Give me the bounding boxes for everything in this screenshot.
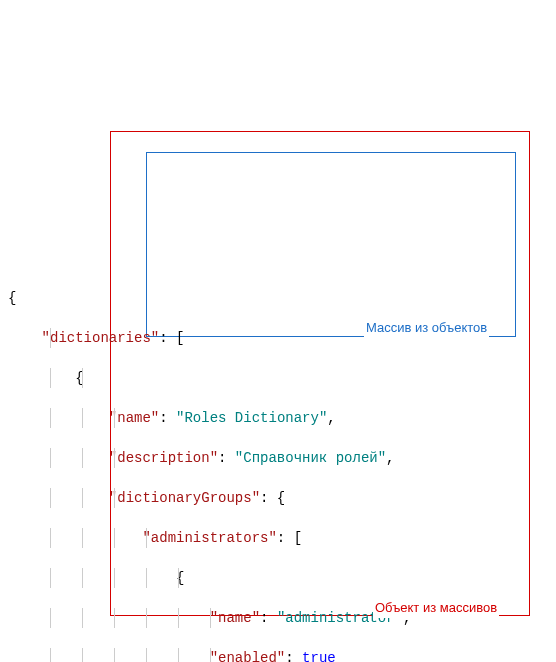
json-key: "name": [210, 610, 260, 626]
json-key: "dictionaries": [42, 330, 160, 346]
punct: : {: [260, 490, 285, 506]
code-line: "administrators": [: [8, 528, 556, 548]
json-key: "name": [109, 410, 159, 426]
code-line: {: [8, 288, 556, 308]
code-line: {: [8, 568, 556, 588]
code-line: "enabled": true: [8, 648, 556, 662]
json-string: "Справочник ролей": [235, 450, 386, 466]
json-code-block: Массив из объектов Объект из массивов { …: [8, 8, 556, 662]
json-key: "description": [109, 450, 218, 466]
code-line: "name": "Roles Dictionary",: [8, 408, 556, 428]
code-line: "description": "Справочник ролей",: [8, 448, 556, 468]
punct: : [: [277, 530, 302, 546]
annotation-object-of-arrays: Объект из массивов: [373, 598, 499, 618]
brace-open: {: [8, 290, 16, 306]
json-key: "enabled": [210, 650, 286, 662]
code-line: {: [8, 368, 556, 388]
json-key: "dictionaryGroups": [109, 490, 260, 506]
json-bool: true: [302, 650, 336, 662]
json-key: "administrators": [142, 530, 276, 546]
json-string: "Roles Dictionary": [176, 410, 327, 426]
code-line: "dictionaryGroups": {: [8, 488, 556, 508]
punct: : [: [159, 330, 184, 346]
annotation-array-of-objects: Массив из объектов: [364, 318, 489, 338]
